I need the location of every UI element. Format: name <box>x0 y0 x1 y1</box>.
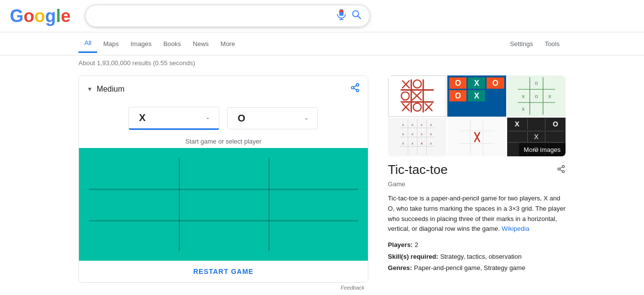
logo-o2: o <box>34 6 45 26</box>
fact-players-label: Players: <box>388 239 413 250</box>
image-3[interactable]: o x o x x <box>507 75 566 117</box>
svg-line-68 <box>560 167 562 169</box>
cell-1-0[interactable] <box>89 189 179 220</box>
svg-text:x: x <box>412 123 413 127</box>
cell-0-1[interactable] <box>179 158 268 189</box>
svg-point-8 <box>356 84 359 86</box>
cell-2-0[interactable] <box>89 220 179 251</box>
player-x-box[interactable]: X - <box>129 107 219 130</box>
nav-item-books[interactable]: Books <box>157 35 187 52</box>
share-icon[interactable] <box>350 83 360 95</box>
info-share-button[interactable] <box>557 165 566 176</box>
board-cell-o2: O <box>487 77 504 89</box>
svg-text:x: x <box>521 106 524 112</box>
logo: Google <box>10 6 71 26</box>
svg-point-25 <box>413 103 421 111</box>
search-input[interactable]: tic tac toe <box>94 12 337 21</box>
feedback-link[interactable]: Feedback <box>78 283 368 293</box>
fact-skills-label: Skill(s) required: <box>388 251 438 262</box>
svg-text:x: x <box>412 141 413 145</box>
entity-title: Tic-tac-toe <box>388 162 448 177</box>
player-x-score: - <box>206 114 209 123</box>
player-o-box[interactable]: O - <box>227 107 318 129</box>
more-images-overlay[interactable]: More images <box>519 143 566 156</box>
microphone-icon[interactable] <box>337 9 346 23</box>
svg-text:x: x <box>421 123 423 127</box>
cell-0-0[interactable] <box>89 158 179 189</box>
cell-0-2[interactable] <box>268 158 358 189</box>
svg-text:x: x <box>430 141 432 145</box>
svg-point-22 <box>401 92 409 100</box>
svg-text:x: x <box>412 131 413 136</box>
cell-2-1[interactable] <box>179 220 268 251</box>
player-selectors: X - O - <box>79 102 368 135</box>
search-icons <box>337 9 361 23</box>
nav-item-more[interactable]: More <box>215 35 241 52</box>
bw-o1: O <box>546 119 565 130</box>
entity-type: Game <box>388 180 566 188</box>
image-6[interactable]: X O X O More images <box>507 118 566 157</box>
player-o-symbol: O <box>237 113 245 124</box>
svg-text:o: o <box>535 93 538 99</box>
cell-1-2[interactable] <box>268 189 358 220</box>
images-grid: O X O O X o <box>388 75 566 156</box>
svg-text:x: x <box>521 93 524 99</box>
svg-text:x: x <box>402 141 404 145</box>
nav-item-all[interactable]: All <box>78 34 97 53</box>
x-pattern-svg: x x x x x x x x x x x x <box>389 119 445 156</box>
logo-g2: g <box>45 6 56 26</box>
svg-point-66 <box>562 171 565 173</box>
game-header: ▼ Medium <box>79 76 368 102</box>
image-5[interactable] <box>447 118 506 157</box>
game-board-container[interactable] <box>79 148 368 261</box>
bw-x2: X <box>527 131 545 143</box>
red-x-svg <box>448 119 505 156</box>
game-cells <box>89 158 358 251</box>
fact-row-genres: Genres: Paper-and-pencil game, Strategy … <box>388 262 566 273</box>
fact-genres-value: Paper-and-pencil game, Strategy game <box>414 262 525 273</box>
logo-g: G <box>10 6 24 26</box>
svg-text:x: x <box>421 131 423 136</box>
svg-text:x: x <box>548 93 551 99</box>
bw-empty2 <box>508 131 526 143</box>
search-icon[interactable] <box>352 10 361 22</box>
entity-description: Tic-tac-toe is a paper-and-pencil game f… <box>388 194 566 234</box>
fact-genres-label: Genres: <box>388 262 412 273</box>
cell-2-2[interactable] <box>268 220 358 251</box>
svg-point-64 <box>562 166 565 168</box>
logo-l: l <box>56 6 61 26</box>
nav-item-maps[interactable]: Maps <box>97 35 125 52</box>
svg-text:x: x <box>430 123 432 127</box>
svg-text:x: x <box>402 131 404 136</box>
nav-item-images[interactable]: Images <box>125 35 157 52</box>
image-4[interactable]: x x x x x x x x x x x x <box>388 118 446 157</box>
board-cell-o3: O <box>449 90 466 101</box>
difficulty-label: Medium <box>97 85 350 94</box>
colored-board: O X O O X <box>449 77 504 115</box>
restart-button[interactable]: RESTART GAME <box>79 261 368 282</box>
image-2[interactable]: O X O O X <box>447 75 506 117</box>
fact-row-skills: Skill(s) required: Strategy, tactics, ob… <box>388 251 566 262</box>
nav-settings[interactable]: Settings <box>504 35 539 52</box>
cell-1-1[interactable] <box>179 189 268 220</box>
nav-item-news[interactable]: News <box>187 35 215 52</box>
game-panel: ▼ Medium X - <box>78 75 368 293</box>
board-cell-empty4 <box>487 103 504 114</box>
wikipedia-link[interactable]: Wikipedia <box>502 225 529 232</box>
svg-line-12 <box>354 85 357 87</box>
sketch-svg <box>388 76 446 116</box>
difficulty-toggle[interactable]: ▼ <box>87 86 93 93</box>
image-1[interactable] <box>388 75 446 117</box>
svg-point-9 <box>351 87 354 89</box>
board-cell-x1: X <box>468 77 485 89</box>
header: Google tic tac toe <box>0 0 644 32</box>
svg-text:x: x <box>402 123 404 127</box>
svg-text:o: o <box>535 80 538 86</box>
board-cell-o: O <box>449 77 466 89</box>
svg-line-11 <box>354 88 357 90</box>
fact-players-value: 2 <box>414 239 418 250</box>
board-cell-empty2 <box>449 103 466 114</box>
fact-skills-value: Strategy, tactics, observation <box>440 251 521 262</box>
navigation: All Maps Images Books News More Settings… <box>0 32 644 55</box>
nav-tools[interactable]: Tools <box>539 35 566 52</box>
